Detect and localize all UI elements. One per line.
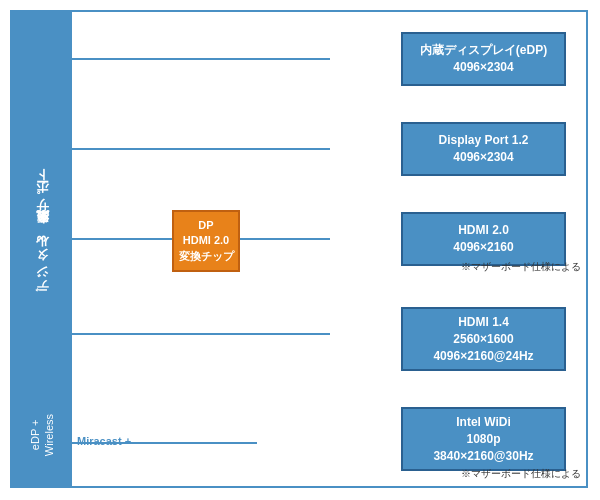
dp-line1: Display Port 1.2 bbox=[408, 132, 559, 149]
edp-line2: 4096×2304 bbox=[408, 59, 559, 76]
box-dp: Display Port 1.2 4096×2304 bbox=[401, 122, 566, 176]
diagram-container: デジタル3系統出力をサポート eDP +Wireless DP HDMI 2.0… bbox=[10, 10, 588, 488]
box-hdmi14: HDMI 1.4 2560×1600 4096×2160@24Hz bbox=[401, 307, 566, 371]
main-title: デジタル3系統出力をサポート bbox=[33, 175, 51, 302]
hdmi14-line1: HDMI 1.4 bbox=[408, 314, 559, 331]
widi-line1: Intel WiDi bbox=[408, 414, 559, 431]
hdmi20-line1: HDMI 2.0 bbox=[408, 222, 559, 239]
chip-box: DP HDMI 2.0 変換チップ bbox=[172, 210, 240, 272]
bottom-label: eDP +Wireless bbox=[28, 414, 57, 456]
hdmi14-line3: 4096×2160@24Hz bbox=[408, 348, 559, 365]
edp-line1: 内蔵ディスプレイ(eDP) bbox=[408, 42, 559, 59]
chip-line1: DP bbox=[198, 218, 213, 233]
hdmi14-line2: 2560×1600 bbox=[408, 331, 559, 348]
box-widi: Intel WiDi 1080p 3840×2160@30Hz bbox=[401, 407, 566, 471]
widi-line2: 1080p bbox=[408, 431, 559, 448]
hdmi20-line2: 4096×2160 bbox=[408, 239, 559, 256]
content-area: DP HDMI 2.0 変換チップ 内蔵ディスプレイ(eDP) 4096×230… bbox=[72, 12, 586, 486]
box-hdmi20: HDMI 2.0 4096×2160 bbox=[401, 212, 566, 266]
chip-line bbox=[240, 238, 330, 240]
box-edp: 内蔵ディスプレイ(eDP) 4096×2304 bbox=[401, 32, 566, 86]
note-hdmi20: ※マザーボード仕様による bbox=[461, 260, 581, 274]
line-edp bbox=[72, 58, 330, 60]
miracast-label: Miracast + bbox=[77, 435, 131, 447]
dp-line2: 4096×2304 bbox=[408, 149, 559, 166]
note-widi: ※マザーボード仕様による bbox=[461, 467, 581, 481]
chip-line3: 変換チップ bbox=[179, 249, 234, 264]
chip-line2: HDMI 2.0 bbox=[183, 233, 229, 248]
line-hdmi14 bbox=[72, 333, 330, 335]
line-dp bbox=[72, 148, 330, 150]
widi-line3: 3840×2160@30Hz bbox=[408, 448, 559, 465]
left-bar: デジタル3系統出力をサポート eDP +Wireless bbox=[12, 12, 72, 486]
